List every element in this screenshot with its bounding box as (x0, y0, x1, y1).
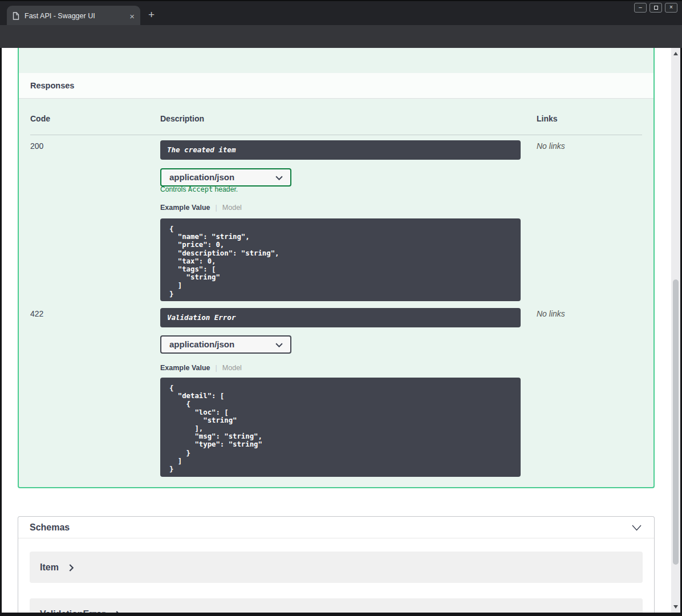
tab-example-value[interactable]: Example Value (160, 204, 210, 212)
controls-accept-note: Controls Accept header. (160, 185, 238, 193)
tab-model[interactable]: Model (222, 364, 242, 372)
response-links: No links (537, 141, 565, 151)
example-json-block: { "name": "string", "price": 0, "descrip… (160, 218, 521, 301)
table-header-divider (30, 135, 642, 135)
chevron-right-icon[interactable] (116, 611, 120, 613)
close-button[interactable]: × (665, 3, 677, 13)
tab-model[interactable]: Model (222, 204, 242, 212)
chevron-right-icon[interactable] (69, 564, 74, 572)
minimize-button[interactable]: – (634, 3, 647, 13)
maximize-button[interactable] (649, 3, 662, 13)
response-code: 200 (30, 141, 43, 151)
browser-toolbar: ← → i 127.0.0.1:8000/docs ☆ ⋮ (0, 25, 682, 48)
maximize-icon (654, 6, 658, 10)
column-code: Code (30, 114, 50, 123)
schemas-section: Schemas Item ValidationError (18, 516, 655, 613)
model-name: ValidationError (40, 609, 105, 613)
page-viewport: Responses Code Description Links 200 The… (2, 48, 680, 613)
schema-model-item[interactable]: Item (30, 552, 643, 583)
response-description: Validation Error (160, 308, 521, 327)
model-name: Item (40, 562, 59, 573)
scrollbar[interactable] (671, 48, 680, 613)
tab-close-icon[interactable]: × (129, 12, 135, 21)
scrollbar-down-arrow-icon[interactable] (673, 605, 678, 609)
chevron-down-icon[interactable] (632, 525, 642, 531)
column-links: Links (537, 114, 558, 123)
media-type-select[interactable]: application/json (160, 168, 291, 187)
response-links: No links (537, 309, 565, 318)
tab-title: Fast API - Swagger UI (25, 12, 126, 20)
responses-section-header: Responses (19, 73, 653, 99)
chevron-down-icon (275, 343, 283, 347)
new-tab-button[interactable]: + (148, 9, 155, 20)
column-description: Description (160, 114, 204, 123)
tab-example-value[interactable]: Example Value (160, 364, 210, 372)
example-json-block: { "detail": [ { "loc": [ "string" ], "ms… (160, 378, 521, 477)
schemas-title: Schemas (30, 517, 70, 538)
tab-strip: Fast API - Swagger UI × + – × (0, 0, 682, 25)
browser-window: Fast API - Swagger UI × + – × ← → i 127.… (0, 0, 682, 616)
scrollbar-thumb[interactable] (673, 279, 679, 565)
example-model-tabs: Example Value|Model (160, 364, 242, 372)
response-code: 422 (30, 309, 43, 318)
scrollbar-up-arrow-icon[interactable] (673, 52, 678, 55)
browser-tab[interactable]: Fast API - Swagger UI × (7, 6, 140, 26)
schema-model-validationerror[interactable]: ValidationError (30, 598, 643, 613)
responses-title: Responses (30, 73, 74, 99)
schemas-header[interactable]: Schemas (18, 517, 654, 538)
media-type-select[interactable]: application/json (160, 335, 291, 354)
example-model-tabs: Example Value|Model (160, 204, 242, 212)
response-description: The created item (160, 140, 521, 160)
opblock-post: Responses Code Description Links 200 The… (18, 48, 655, 488)
page-favicon-icon (13, 12, 19, 20)
chevron-down-icon (275, 176, 283, 180)
